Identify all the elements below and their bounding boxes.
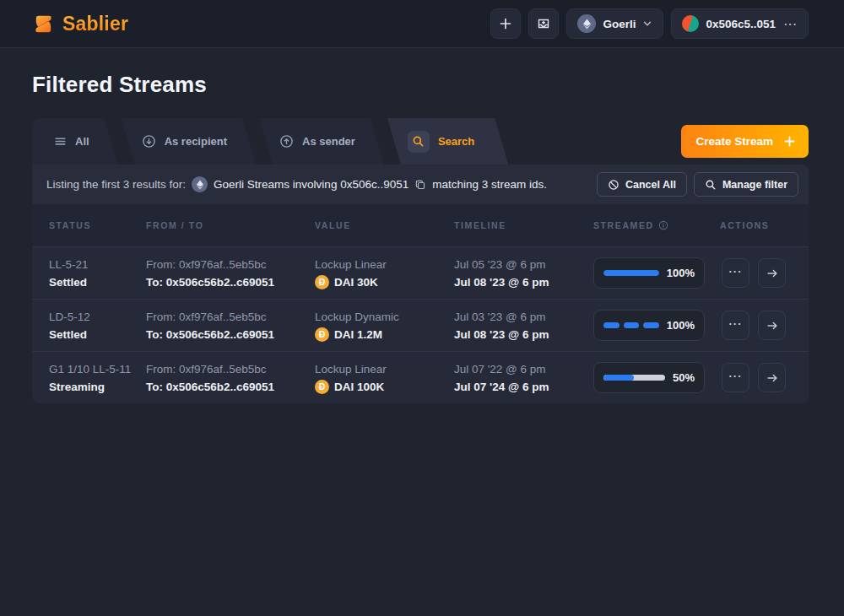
cancel-icon — [608, 179, 619, 191]
dai-token-icon: Ð — [315, 275, 329, 289]
stream-amount: DAI 30K — [334, 273, 378, 291]
value-cell: Lockup Linear Ð DAI 100K — [315, 360, 454, 396]
sablier-logo[interactable]: Sablier — [32, 13, 128, 35]
timeline-cell: Jul 05 '23 @ 6 pm Jul 08 '23 @ 6 pm — [454, 256, 593, 291]
plus-icon — [499, 17, 512, 30]
row-open-button[interactable] — [758, 258, 786, 288]
plus-icon — [783, 135, 796, 148]
cancel-all-button[interactable]: Cancel All — [597, 172, 687, 197]
streamed-progress: 100% — [593, 257, 705, 289]
stream-from: From: 0xf976af..5eb5bc — [146, 360, 315, 378]
table-row[interactable]: G1 1/10 LL-5-11 Streaming From: 0xf976af… — [32, 351, 809, 403]
header-actions: ACTIONS — [720, 220, 792, 230]
progress-segment — [643, 322, 659, 328]
cancel-all-label: Cancel All — [625, 179, 676, 191]
header-status: STATUS — [49, 220, 146, 230]
from-to-cell: From: 0xf976af..5eb5bc To: 0x506c56b2..c… — [146, 308, 315, 343]
stream-type: Lockup Linear — [315, 360, 454, 378]
progress-fill — [603, 270, 659, 276]
arrow-up-circle-icon — [279, 134, 294, 149]
stream-id: LL-5-21 — [49, 256, 146, 273]
tab-as-recipient[interactable]: As recipient — [122, 118, 256, 165]
stream-amount: DAI 1.2M — [334, 326, 382, 343]
tab-as-sender[interactable]: As sender — [259, 118, 384, 165]
page-title: Filtered Streams — [32, 72, 809, 98]
sablier-logo-icon — [32, 13, 55, 35]
top-bar: Sablier Goerli — [0, 0, 844, 48]
filter-bar: Listing the first 3 results for: Goerli … — [32, 165, 809, 204]
stream-id: G1 1/10 LL-5-11 — [49, 360, 146, 378]
tabs: All As recipient As sender — [32, 118, 508, 165]
tab-row: All As recipient As sender — [32, 118, 809, 165]
stream-start: Jul 05 '23 @ 6 pm — [454, 256, 593, 273]
tab-all-label: All — [75, 135, 89, 148]
ellipsis-icon: ··· — [729, 265, 743, 278]
tab-all[interactable]: All — [32, 118, 118, 165]
arrow-right-icon — [766, 267, 779, 280]
dai-token-icon: Ð — [315, 327, 329, 342]
filter-summary-suffix: matching 3 stream ids. — [432, 178, 547, 191]
stream-amount: DAI 100K — [334, 378, 384, 396]
progress-fill — [603, 375, 634, 381]
stream-end: Jul 08 '23 @ 6 pm — [454, 326, 593, 343]
row-menu-button[interactable]: ··· — [722, 258, 749, 288]
streamed-percentage: 100% — [667, 267, 695, 279]
stream-to: To: 0x506c56b2..c69051 — [146, 273, 315, 291]
value-cell: Lockup Dynamic Ð DAI 1.2M — [315, 308, 454, 343]
row-menu-button[interactable]: ··· — [722, 363, 749, 392]
actions-cell: ··· — [720, 258, 792, 288]
streamed-cell: 50% — [593, 362, 720, 393]
manage-filter-label: Manage filter — [722, 179, 787, 191]
stream-type: Lockup Dynamic — [315, 308, 454, 326]
create-stream-button[interactable]: Create Stream — [681, 125, 809, 158]
header-timeline: TIMELINE — [454, 220, 593, 230]
account-button[interactable]: 0x506c5..051 ··· — [671, 8, 809, 39]
filter-summary-prefix: Listing the first 3 results for: — [46, 178, 186, 191]
stream-from: From: 0xf976af..5eb5bc — [146, 256, 315, 273]
from-to-cell: From: 0xf976af..5eb5bc To: 0x506c56b2..c… — [146, 360, 315, 396]
status-cell: LD-5-12 Settled — [49, 308, 146, 343]
streamed-percentage: 50% — [673, 371, 695, 384]
status-cell: LL-5-21 Settled — [49, 256, 146, 291]
tab-as-sender-label: As sender — [302, 135, 355, 148]
network-selector[interactable]: Goerli — [566, 8, 663, 39]
search-icon — [705, 179, 717, 191]
tab-search[interactable]: Search — [387, 118, 508, 165]
info-icon[interactable] — [658, 220, 668, 230]
ellipsis-icon: ··· — [729, 317, 743, 330]
manage-filter-button[interactable]: Manage filter — [694, 172, 798, 197]
ellipsis-icon: ··· — [729, 370, 743, 382]
stream-status: Settled — [49, 326, 146, 343]
progress-segment — [624, 322, 640, 328]
copy-icon[interactable] — [414, 179, 426, 191]
inbox-button[interactable] — [528, 8, 559, 39]
actions-cell: ··· — [720, 311, 792, 340]
table-header: STATUS FROM / TO VALUE TIMELINE STREAMED… — [32, 204, 809, 246]
goerli-network-icon — [577, 14, 596, 33]
table-row[interactable]: LL-5-21 Settled From: 0xf976af..5eb5bc T… — [32, 246, 809, 299]
streamed-progress: 100% — [593, 310, 705, 341]
account-avatar — [682, 15, 699, 32]
stream-start: Jul 07 '22 @ 6 pm — [454, 360, 593, 378]
actions-cell: ··· — [720, 363, 792, 392]
value-cell: Lockup Linear Ð DAI 30K — [315, 256, 454, 291]
segmented-progress — [603, 322, 659, 328]
brand-name: Sablier — [62, 13, 128, 35]
stream-to: To: 0x506c56b2..c69051 — [146, 326, 315, 343]
streamed-percentage: 100% — [667, 319, 695, 332]
account-menu-dots-icon: ··· — [784, 18, 798, 30]
row-open-button[interactable] — [758, 363, 786, 392]
account-address: 0x506c5..051 — [706, 18, 776, 30]
table-row[interactable]: LD-5-12 Settled From: 0xf976af..5eb5bc T… — [32, 299, 809, 351]
row-open-button[interactable] — [758, 311, 786, 340]
network-label: Goerli — [603, 18, 636, 30]
stream-id: LD-5-12 — [49, 308, 146, 326]
arrow-down-circle-icon — [142, 134, 156, 149]
timeline-cell: Jul 03 '23 @ 6 pm Jul 08 '23 @ 6 pm — [454, 308, 593, 343]
header-streamed: STREAMED — [593, 220, 720, 230]
arrow-right-icon — [766, 371, 779, 385]
stream-end: Jul 07 '24 @ 6 pm — [454, 378, 593, 396]
filter-summary: Listing the first 3 results for: Goerli … — [46, 176, 547, 192]
quick-create-button[interactable] — [490, 8, 521, 39]
row-menu-button[interactable]: ··· — [722, 311, 749, 340]
